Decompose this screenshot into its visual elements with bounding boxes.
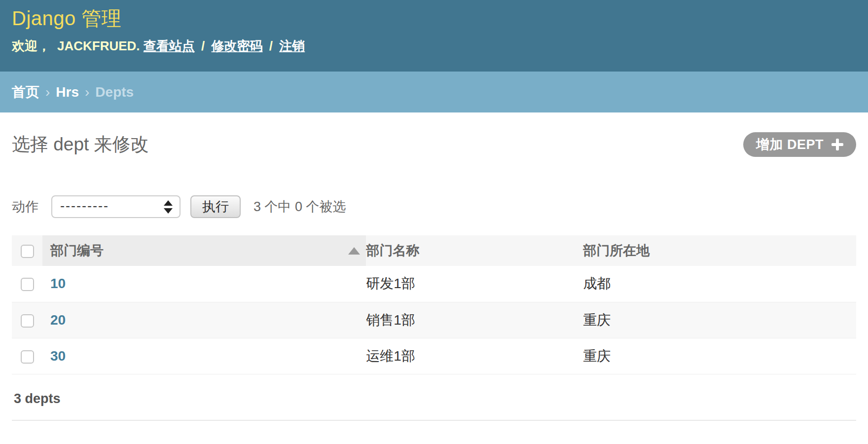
user-tools: 欢迎，JACKFRUED. 查看站点 / 修改密码 / 注销 <box>12 37 868 55</box>
breadcrumb-hrs-link[interactable]: Hrs <box>56 84 79 100</box>
column-header-dept-no[interactable]: 部门编号 <box>42 235 366 266</box>
dept-name-cell: 销售1部 <box>366 302 583 338</box>
view-site-link[interactable]: 查看站点 <box>144 38 195 53</box>
action-select-dropdown[interactable]: --------- <box>51 195 181 218</box>
select-all-checkbox[interactable] <box>21 245 34 258</box>
add-dept-button-label: 增加 DEPT <box>756 136 824 153</box>
go-button[interactable]: 执行 <box>190 195 241 218</box>
username-period: . <box>136 38 140 53</box>
select-spinner-icon <box>164 200 173 214</box>
depts-table: 部门编号 部门名称 部门所在地 10 研发1部 成都 <box>12 235 856 374</box>
dept-no-link[interactable]: 30 <box>50 348 66 364</box>
app-header: Django 管理 欢迎，JACKFRUED. 查看站点 / 修改密码 / 注销 <box>0 0 868 72</box>
row-checkbox[interactable] <box>21 350 34 364</box>
link-separator: / <box>201 38 205 53</box>
breadcrumb-current: Depts <box>95 84 134 100</box>
logout-link[interactable]: 注销 <box>279 38 305 53</box>
row-checkbox[interactable] <box>21 278 34 291</box>
change-password-link[interactable]: 修改密码 <box>212 38 263 53</box>
pagination-summary: 3 depts <box>12 374 856 407</box>
column-header-dept-location[interactable]: 部门所在地 <box>583 235 856 266</box>
link-separator: / <box>269 38 273 53</box>
sort-ascending-icon[interactable] <box>348 247 360 255</box>
row-checkbox[interactable] <box>21 314 34 328</box>
breadcrumb-separator: › <box>85 84 89 100</box>
table-header: 部门编号 部门名称 部门所在地 <box>12 235 856 266</box>
breadcrumb: 首页 › Hrs › Depts <box>0 72 868 112</box>
username: JACKFRUED <box>57 38 136 53</box>
breadcrumb-home-link[interactable]: 首页 <box>12 83 39 102</box>
dept-location-cell: 重庆 <box>583 338 856 374</box>
page-title: 选择 dept 来修改 <box>12 132 149 157</box>
header-select-all-cell <box>12 235 42 266</box>
bottom-divider <box>12 420 856 421</box>
welcome-text: 欢迎， <box>12 38 50 53</box>
dept-location-cell: 成都 <box>583 266 856 302</box>
table-row: 20 销售1部 重庆 <box>12 302 856 338</box>
content-area: 选择 dept 来修改 增加 DEPT 动作 --------- 执行 3 个中… <box>0 112 868 421</box>
actions-label: 动作 <box>12 198 38 216</box>
column-header-dept-no-label: 部门编号 <box>42 242 104 259</box>
actions-bar: 动作 --------- 执行 3 个中 0 个被选 <box>12 195 856 218</box>
title-row: 选择 dept 来修改 增加 DEPT <box>12 112 856 157</box>
action-select-value: --------- <box>60 198 109 216</box>
table-row: 10 研发1部 成都 <box>12 266 856 302</box>
selection-counter: 3 个中 0 个被选 <box>253 198 346 216</box>
plus-icon <box>832 139 843 150</box>
dept-no-link[interactable]: 10 <box>50 276 66 291</box>
dept-no-link[interactable]: 20 <box>50 312 66 328</box>
dept-location-cell: 重庆 <box>583 302 856 338</box>
breadcrumb-separator: › <box>45 84 50 100</box>
dept-name-cell: 研发1部 <box>366 266 583 302</box>
column-header-dept-name[interactable]: 部门名称 <box>366 235 583 266</box>
site-title[interactable]: Django 管理 <box>12 7 868 30</box>
column-header-dept-name-label: 部门名称 <box>366 243 419 258</box>
add-dept-button[interactable]: 增加 DEPT <box>743 132 856 157</box>
table-row: 30 运维1部 重庆 <box>12 338 856 374</box>
dept-name-cell: 运维1部 <box>366 338 583 374</box>
column-header-dept-location-label: 部门所在地 <box>583 243 650 258</box>
